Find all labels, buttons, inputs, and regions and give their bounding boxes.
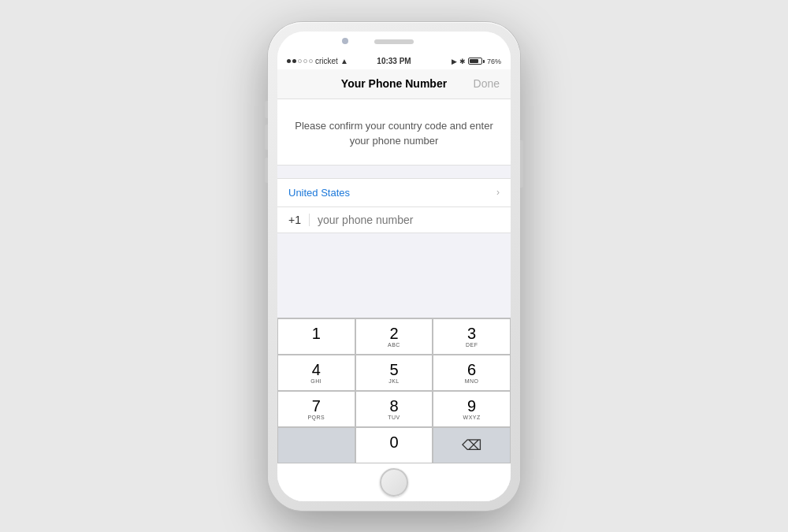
key-5-number: 5 — [389, 362, 398, 378]
phone-screen: cricket ▲ 10:33 PM ▶ ✱ 76% Your Phone Nu… — [277, 32, 511, 501]
key-3-letters: DEF — [466, 342, 478, 348]
instruction-text: Please confirm your country code and ent… — [293, 118, 495, 149]
keypad: 1 2 ABC 3 DEF 4 GHI — [277, 318, 511, 463]
key-8[interactable]: 8 TUV — [355, 391, 433, 427]
key-0[interactable]: 0 — [355, 427, 433, 463]
delete-key[interactable]: ⌫ — [433, 427, 511, 463]
signal-dot-1 — [287, 59, 291, 63]
signal-dot-3 — [298, 59, 302, 63]
battery-tip — [483, 60, 485, 63]
location-icon: ▶ — [452, 58, 457, 65]
signal-dot-4 — [303, 59, 307, 63]
key-1-number: 1 — [312, 326, 321, 341]
key-6-letters: MNO — [465, 378, 479, 384]
status-left: cricket ▲ — [287, 57, 348, 65]
keypad-grid: 1 2 ABC 3 DEF 4 GHI — [277, 318, 511, 463]
delete-icon: ⌫ — [462, 437, 481, 454]
nav-title: Your Phone Number — [341, 77, 447, 90]
key-8-number: 8 — [389, 398, 398, 414]
key-4-number: 4 — [312, 362, 321, 378]
instruction-section: Please confirm your country code and ent… — [277, 99, 511, 166]
phone-top-bar — [277, 32, 511, 54]
status-bar: cricket ▲ 10:33 PM ▶ ✱ 76% — [277, 54, 511, 69]
power-button[interactable] — [520, 140, 523, 188]
key-9-letters: WXYZ — [463, 415, 481, 420]
key-6[interactable]: 6 MNO — [433, 355, 511, 391]
navigation-bar: Your Phone Number Done — [277, 69, 511, 99]
spacer — [277, 233, 511, 318]
phone-frame: cricket ▲ 10:33 PM ▶ ✱ 76% Your Phone Nu… — [268, 22, 520, 511]
content-area: Please confirm your country code and ent… — [277, 99, 511, 501]
key-8-letters: TUV — [388, 415, 400, 420]
key-4[interactable]: 4 GHI — [277, 355, 355, 391]
key-2-letters: ABC — [388, 342, 400, 348]
chevron-right-icon: › — [496, 187, 500, 198]
key-4-letters: GHI — [310, 378, 322, 384]
country-selector[interactable]: United States › — [277, 179, 511, 207]
home-area — [277, 463, 511, 501]
key-5[interactable]: 5 JKL — [355, 355, 433, 391]
key-1-letters — [315, 342, 317, 348]
signal-dot-2 — [292, 59, 296, 63]
phone-input-row: +1 — [277, 207, 511, 233]
country-label: United States — [288, 187, 350, 199]
done-button[interactable]: Done — [474, 77, 500, 90]
key-1[interactable]: 1 — [277, 318, 355, 355]
key-3[interactable]: 3 DEF — [433, 318, 511, 355]
key-5-letters: JKL — [388, 378, 400, 384]
battery-percentage: 76% — [487, 58, 501, 65]
mute-button[interactable] — [265, 101, 268, 118]
carrier-name: cricket — [315, 57, 338, 65]
phone-number-input[interactable] — [318, 214, 500, 226]
home-button[interactable] — [380, 468, 408, 497]
battery-fill — [470, 59, 478, 63]
battery-icon — [468, 58, 485, 65]
form-section: United States › +1 — [277, 178, 511, 233]
key-3-number: 3 — [467, 326, 476, 341]
signal-dot-5 — [309, 59, 313, 63]
key-7-number: 7 — [312, 398, 321, 414]
key-2-number: 2 — [389, 326, 398, 341]
battery-body — [468, 58, 482, 65]
country-code: +1 — [288, 214, 310, 226]
key-empty — [277, 427, 355, 463]
wifi-icon: ▲ — [340, 57, 348, 65]
key-0-letters — [393, 451, 395, 456]
front-camera — [342, 38, 348, 44]
key-7[interactable]: 7 PQRS — [277, 391, 355, 427]
volume-down-button[interactable] — [265, 158, 268, 183]
key-9[interactable]: 9 WXYZ — [433, 391, 511, 427]
volume-up-button[interactable] — [265, 125, 268, 150]
status-right: ▶ ✱ 76% — [452, 58, 501, 65]
key-2[interactable]: 2 ABC — [355, 318, 433, 355]
key-7-letters: PQRS — [307, 415, 325, 420]
key-0-number: 0 — [389, 434, 398, 450]
earpiece-speaker — [374, 39, 414, 44]
bluetooth-icon: ✱ — [459, 58, 466, 65]
key-6-number: 6 — [467, 362, 476, 378]
signal-icon — [287, 59, 313, 63]
key-9-number: 9 — [467, 398, 476, 414]
status-time: 10:33 PM — [377, 57, 411, 65]
